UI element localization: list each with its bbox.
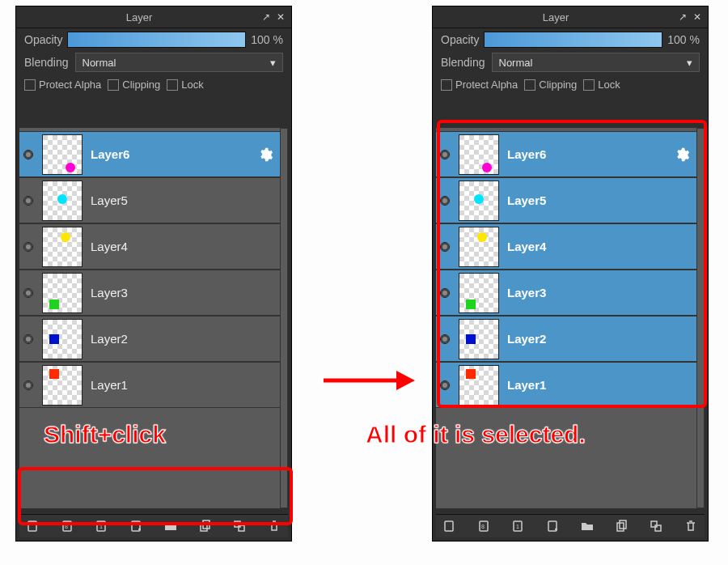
merge-button[interactable]: [645, 517, 667, 535]
layer-row[interactable]: Layer2: [19, 316, 280, 362]
opacity-row: Opacity 100 %: [433, 28, 708, 49]
delete-button[interactable]: [264, 517, 285, 535]
svg-rect-19: [620, 520, 626, 529]
layer-name: Layer4: [504, 240, 696, 253]
add-special-layer-button[interactable]: [126, 517, 147, 535]
layer-thumbnail: [42, 134, 83, 175]
layer-name: Layer1: [87, 378, 280, 392]
visibility-toggle[interactable]: [19, 288, 37, 298]
layer-name: Layer2: [504, 332, 696, 346]
chevron-down-icon: ▾: [270, 57, 276, 69]
layer-thumbnail: [42, 181, 83, 221]
checkbox-row: Protect Alpha Clipping Lock: [433, 74, 708, 96]
layer-thumbnail: [42, 319, 83, 359]
layer-row[interactable]: Layer4: [436, 223, 696, 270]
delete-button[interactable]: [680, 517, 701, 535]
visibility-toggle[interactable]: [436, 288, 454, 298]
add-special-layer-button[interactable]: [543, 517, 564, 535]
opacity-label: Opacity: [24, 33, 62, 46]
new-1bit-layer-button[interactable]: 1: [91, 517, 112, 535]
visibility-toggle[interactable]: [436, 242, 454, 252]
panel-title: Layer: [436, 11, 675, 23]
panel-header: Layer ↗ ✕: [16, 6, 291, 28]
opacity-label: Opacity: [441, 33, 479, 46]
popout-icon[interactable]: ↗: [675, 11, 690, 23]
close-icon[interactable]: ✕: [690, 11, 705, 23]
panel-header: Layer ↗ ✕: [433, 6, 708, 28]
svg-rect-18: [617, 523, 624, 531]
blending-value: Normal: [83, 57, 116, 69]
blending-select[interactable]: Normal ▾: [75, 53, 284, 72]
opacity-value: 100 %: [251, 33, 283, 46]
new-folder-button[interactable]: [160, 517, 181, 535]
layer-row[interactable]: Layer5: [19, 177, 280, 223]
layer-row[interactable]: Layer3: [436, 270, 696, 316]
arrow-icon: [320, 364, 417, 400]
svg-rect-9: [239, 525, 244, 531]
layer-row[interactable]: Layer1: [436, 362, 696, 408]
protect-alpha-checkbox[interactable]: Protect Alpha: [24, 79, 101, 91]
scrollbar[interactable]: [280, 128, 288, 508]
layer-thumbnail: [42, 273, 83, 313]
clipping-checkbox[interactable]: Clipping: [524, 79, 577, 91]
layer-row[interactable]: Layer4: [19, 223, 280, 270]
new-8bit-layer-button[interactable]: 8: [57, 517, 78, 535]
duplicate-button[interactable]: [195, 517, 216, 535]
layer-thumbnail: [42, 365, 83, 406]
visibility-toggle[interactable]: [19, 242, 37, 252]
new-8bit-layer-button[interactable]: 8: [474, 517, 495, 535]
visibility-toggle[interactable]: [19, 380, 37, 390]
protect-alpha-checkbox[interactable]: Protect Alpha: [441, 79, 518, 91]
layer-thumbnail: [459, 365, 499, 406]
blending-label: Blending: [24, 56, 69, 69]
new-layer-button[interactable]: [439, 517, 460, 535]
layer-row[interactable]: Layer6: [436, 131, 696, 177]
visibility-toggle[interactable]: [436, 380, 454, 390]
opacity-slider[interactable]: [484, 32, 662, 48]
layer-thumbnail: [42, 227, 83, 267]
layer-row[interactable]: Layer5: [436, 177, 696, 223]
duplicate-button[interactable]: [612, 517, 633, 535]
layers-list: Layer6Layer5Layer4Layer3Layer2Layer1: [19, 128, 280, 508]
visibility-toggle[interactable]: [436, 334, 454, 344]
svg-rect-21: [655, 525, 661, 531]
layer-row[interactable]: Layer6: [19, 131, 280, 177]
layer-name: Layer3: [504, 286, 696, 299]
layer-row[interactable]: Layer2: [436, 316, 696, 362]
popout-icon[interactable]: ↗: [259, 11, 273, 23]
lock-checkbox[interactable]: Lock: [583, 79, 620, 91]
gear-icon[interactable]: [257, 147, 273, 163]
svg-text:8: 8: [65, 524, 68, 529]
layer-thumbnail: [459, 134, 499, 175]
visibility-toggle[interactable]: [436, 196, 454, 206]
new-1bit-layer-button[interactable]: 1: [508, 517, 529, 535]
svg-text:8: 8: [481, 524, 485, 529]
checkbox-row: Protect Alpha Clipping Lock: [16, 74, 291, 96]
svg-rect-8: [235, 521, 240, 527]
clipping-checkbox[interactable]: Clipping: [108, 79, 160, 91]
lock-checkbox[interactable]: Lock: [167, 79, 203, 91]
layer-row[interactable]: Layer3: [19, 270, 280, 316]
caption-left: Shift+click: [44, 421, 166, 448]
visibility-toggle[interactable]: [19, 196, 37, 206]
close-icon[interactable]: ✕: [273, 11, 288, 23]
layer-row[interactable]: Layer1: [19, 362, 280, 408]
visibility-toggle[interactable]: [19, 150, 37, 159]
blending-select[interactable]: Normal ▾: [492, 53, 700, 72]
layer-name: Layer5: [87, 193, 280, 207]
visibility-toggle[interactable]: [436, 150, 454, 159]
gear-icon[interactable]: [674, 147, 690, 163]
visibility-toggle[interactable]: [19, 334, 37, 344]
svg-rect-20: [651, 521, 657, 527]
blending-value: Normal: [499, 57, 533, 69]
opacity-value: 100 %: [667, 33, 700, 46]
svg-rect-7: [203, 520, 210, 529]
new-folder-button[interactable]: [577, 517, 598, 535]
layer-name: Layer5: [504, 193, 696, 207]
new-layer-button[interactable]: [23, 517, 44, 535]
merge-button[interactable]: [229, 517, 250, 535]
scrollbar[interactable]: [696, 128, 705, 508]
opacity-slider[interactable]: [67, 32, 246, 48]
layers-list: Layer6Layer5Layer4Layer3Layer2Layer1: [436, 128, 696, 508]
panel-title: Layer: [19, 11, 259, 23]
